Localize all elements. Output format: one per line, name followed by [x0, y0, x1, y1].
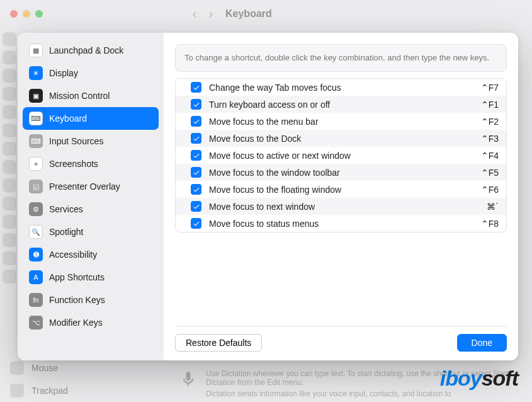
trackpad-icon: [10, 384, 24, 398]
shortcut-key[interactable]: ⌃F3: [481, 134, 499, 144]
sidebar-item-screenshots[interactable]: ⌖Screenshots: [23, 152, 159, 175]
hint-box: To change a shortcut, double click the k…: [175, 44, 507, 72]
shortcut-key[interactable]: ⌘`: [487, 202, 499, 212]
checkbox[interactable]: [191, 99, 201, 110]
list-item: Mouse: [31, 363, 58, 373]
sidebar-item-label: Keyboard: [49, 113, 87, 123]
back-icon: ‹: [193, 8, 196, 21]
checkbox[interactable]: [191, 218, 201, 229]
shortcut-label: Move focus to the floating window: [209, 185, 473, 195]
sidebar-item-keyboard[interactable]: ⌨Keyboard: [23, 107, 159, 130]
shortcut-label: Move focus to active or next window: [209, 151, 473, 161]
modifier-keys-icon: ⌥: [29, 316, 43, 330]
sidebar-item-app-shortcuts[interactable]: AApp Shortcuts: [23, 266, 159, 289]
done-button[interactable]: Done: [457, 334, 507, 352]
shortcut-label: Change the way Tab moves focus: [209, 83, 473, 93]
shortcuts-sheet: ▦Launchpad & Dock☀Display▣Mission Contro…: [18, 33, 518, 360]
forward-icon: ›: [209, 8, 213, 21]
sidebar-item-label: Function Keys: [49, 295, 105, 305]
spotlight-icon: 🔍: [29, 225, 43, 239]
shortcut-key[interactable]: ⌃F7: [481, 83, 499, 93]
sidebar-item-label: Accessibility: [49, 250, 97, 260]
sidebar-item-accessibility[interactable]: ➊Accessibility: [23, 243, 159, 266]
shortcut-key[interactable]: ⌃F4: [481, 151, 499, 161]
shortcut-row[interactable]: Move focus to status menus⌃F8: [176, 215, 506, 232]
shortcut-label: Move focus to the window toolbar: [209, 168, 473, 178]
shortcut-label: Turn keyboard access on or off: [209, 100, 473, 110]
shortcut-key[interactable]: ⌃F8: [481, 219, 499, 229]
sidebar-item-services[interactable]: ⚙Services: [23, 198, 159, 221]
shortcut-key[interactable]: ⌃F1: [481, 100, 499, 110]
mouse-icon: [10, 361, 24, 375]
shortcut-label: Move focus to next window: [209, 202, 479, 212]
sidebar-item-label: Modifier Keys: [49, 318, 103, 328]
page-title: Keyboard: [225, 8, 272, 20]
launchpad-icon: ▦: [29, 43, 43, 57]
shortcut-key[interactable]: ⌃F5: [481, 168, 499, 178]
sidebar-item-presenter-overlay[interactable]: ◱Presenter Overlay: [23, 175, 159, 198]
shortcut-row[interactable]: Move focus to next window⌘`: [176, 198, 506, 215]
services-icon: ⚙: [29, 202, 43, 216]
sidebar-item-label: Display: [49, 68, 78, 78]
mission-control-icon: ▣: [29, 89, 43, 103]
sidebar-item-label: App Shortcuts: [49, 272, 105, 282]
function-keys-icon: fn: [29, 293, 43, 307]
sidebar-item-modifier-keys[interactable]: ⌥Modifier Keys: [23, 311, 159, 334]
sidebar-item-label: Mission Control: [49, 91, 110, 101]
background-bottom-list: Mouse Trackpad: [10, 357, 68, 402]
microphone-icon: [179, 370, 197, 388]
accessibility-icon: ➊: [29, 248, 43, 261]
checkbox[interactable]: [191, 167, 201, 178]
keyboard-icon: ⌨: [29, 112, 43, 125]
list-item: Trackpad: [31, 386, 68, 396]
shortcut-row[interactable]: Move focus to the window toolbar⌃F5: [176, 164, 506, 181]
sheet-sidebar: ▦Launchpad & Dock☀Display▣Mission Contro…: [18, 33, 164, 360]
background-sidebar: [0, 28, 19, 402]
shortcut-key[interactable]: ⌃F6: [481, 185, 499, 195]
dictation-hint: Dictation sends information like your vo…: [206, 389, 526, 398]
shortcut-row[interactable]: Change the way Tab moves focus⌃F7: [176, 79, 506, 96]
sidebar-item-label: Input Sources: [49, 136, 103, 146]
sidebar-item-label: Services: [49, 204, 83, 214]
checkbox[interactable]: [191, 82, 201, 93]
minimize-icon: [23, 10, 30, 18]
shortcut-list: Change the way Tab moves focus⌃F7Turn ke…: [175, 78, 507, 233]
zoom-icon: [35, 10, 43, 18]
shortcut-row[interactable]: Move focus to active or next window⌃F4: [176, 147, 506, 164]
sidebar-item-label: Launchpad & Dock: [49, 45, 123, 55]
sidebar-item-display[interactable]: ☀Display: [23, 62, 159, 84]
sheet-main: To change a shortcut, double click the k…: [164, 33, 518, 360]
input-sources-icon: ⌨: [29, 134, 43, 148]
sidebar-item-label: Presenter Overlay: [49, 181, 120, 192]
checkbox[interactable]: [191, 116, 201, 127]
restore-defaults-button[interactable]: Restore Defaults: [175, 334, 262, 352]
watermark: iBoysoft: [440, 366, 518, 391]
shortcut-row[interactable]: Move focus to the floating window⌃F6: [176, 181, 506, 198]
shortcut-row[interactable]: Move focus to the menu bar⌃F2: [176, 113, 506, 130]
screenshots-icon: ⌖: [29, 157, 43, 171]
sidebar-item-launchpad-dock[interactable]: ▦Launchpad & Dock: [23, 39, 159, 62]
checkbox[interactable]: [191, 133, 201, 144]
background-titlebar: ‹ › Keyboard: [0, 0, 532, 28]
sidebar-item-function-keys[interactable]: fnFunction Keys: [23, 289, 159, 311]
app-shortcuts-icon: A: [29, 270, 43, 284]
display-icon: ☀: [29, 66, 43, 80]
sheet-footer: Restore Defaults Done: [175, 326, 507, 352]
sidebar-item-label: Spotlight: [49, 227, 83, 237]
shortcut-row[interactable]: Move focus to the Dock⌃F3: [176, 130, 506, 147]
presenter-overlay-icon: ◱: [29, 180, 43, 193]
close-icon: [10, 10, 18, 18]
checkbox[interactable]: [191, 150, 201, 161]
shortcut-key[interactable]: ⌃F2: [481, 117, 499, 127]
shortcut-row[interactable]: Turn keyboard access on or off⌃F1: [176, 96, 506, 113]
sidebar-item-spotlight[interactable]: 🔍Spotlight: [23, 221, 159, 243]
sidebar-item-label: Screenshots: [49, 159, 98, 169]
checkbox[interactable]: [191, 184, 201, 195]
checkbox[interactable]: [191, 201, 201, 212]
sidebar-item-input-sources[interactable]: ⌨Input Sources: [23, 130, 159, 152]
shortcut-label: Move focus to status menus: [209, 219, 473, 229]
shortcut-label: Move focus to the Dock: [209, 134, 473, 144]
sidebar-item-mission-control[interactable]: ▣Mission Control: [23, 84, 159, 107]
shortcut-label: Move focus to the menu bar: [209, 117, 473, 127]
